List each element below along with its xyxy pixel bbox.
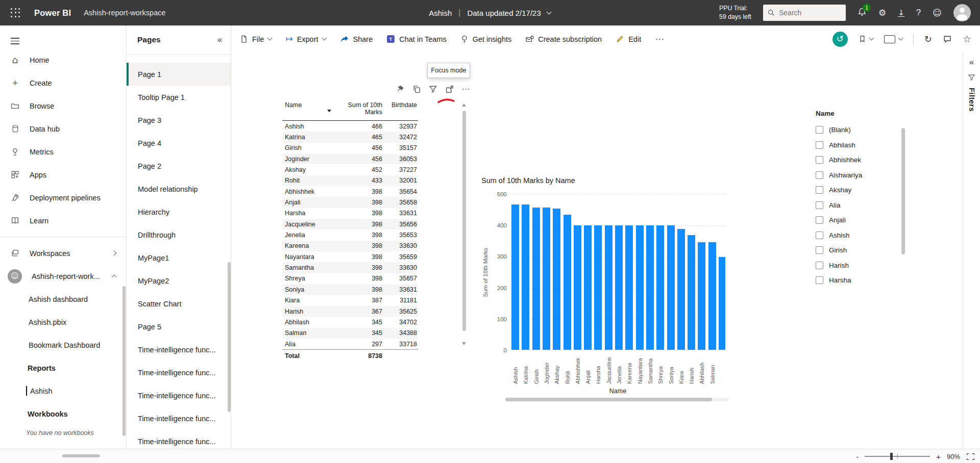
settings-gear-icon[interactable]: ⚙ <box>878 9 886 17</box>
slicer-checkbox-item[interactable]: Alia <box>816 198 905 213</box>
page-tab[interactable]: Time-intelligence func... <box>127 384 231 407</box>
table-row[interactable]: Joginder 456 36053 <box>282 153 418 164</box>
feedback-smiley-icon[interactable]: ☺ <box>933 9 942 17</box>
table-row[interactable]: Nayantara 398 35659 <box>282 251 418 262</box>
slicer-checkbox-item[interactable]: Girish <box>816 243 905 258</box>
page-tab[interactable]: Time-intelligence func... <box>127 338 231 361</box>
bar-samantha[interactable] <box>646 225 654 350</box>
favorite-star-icon[interactable]: ☆ <box>963 34 971 44</box>
more-options-icon[interactable]: ⋯ <box>461 84 471 94</box>
page-tab[interactable]: MyPage1 <box>127 246 231 269</box>
table-row[interactable]: Alia 297 33718 <box>282 339 418 349</box>
filters-pane-label[interactable]: Filters <box>968 88 976 112</box>
help-icon[interactable]: ? <box>916 8 921 18</box>
export-menu[interactable]: ↦ Export <box>285 35 326 43</box>
page-tab[interactable]: Page 2 <box>127 155 231 177</box>
checkbox-icon[interactable] <box>816 141 823 149</box>
page-tab[interactable]: Time-intelligence func... <box>127 361 231 384</box>
page-tab[interactable]: MyPage2 <box>127 269 231 292</box>
bar-girish[interactable] <box>532 208 540 350</box>
sidebar-item-current-workspace[interactable]: ☺ Ashish-report-work... <box>0 265 126 288</box>
create-subscription-button[interactable]: Create subscription <box>525 35 602 43</box>
sidebar-item-deployment-pipelines[interactable]: Deployment pipelines <box>0 186 126 209</box>
expand-filters-icon[interactable]: « <box>969 58 974 67</box>
zoom-slider-thumb[interactable] <box>890 453 893 460</box>
file-menu[interactable]: File <box>240 35 272 43</box>
page-tab[interactable]: Page 3 <box>127 109 231 132</box>
hamburger-menu-icon[interactable] <box>11 38 19 44</box>
notifications-button[interactable]: 1 <box>857 7 867 18</box>
slicer-checkbox-item[interactable]: (Blank) <box>816 122 905 138</box>
bar-jenelia[interactable] <box>615 225 623 350</box>
table-row[interactable]: Jacqueline 398 35656 <box>282 219 418 229</box>
table-row[interactable]: Jenelia 398 35653 <box>282 229 418 240</box>
table-row[interactable]: Salman 345 34388 <box>282 328 418 339</box>
focus-mode-icon[interactable] <box>445 84 454 94</box>
search-box[interactable] <box>763 5 846 21</box>
column-header-marks[interactable]: Sum of 10th Marks <box>338 101 382 116</box>
bar-akshay[interactable] <box>553 209 560 350</box>
reset-default-view-button[interactable]: ↺ <box>832 32 848 47</box>
bar-chart-visual[interactable]: Sum of 10th Marks by Name Sum of 10th Ma… <box>481 173 732 408</box>
more-options-icon[interactable]: ⋯ <box>655 35 664 44</box>
bar-soniya[interactable] <box>667 225 675 350</box>
checkbox-icon[interactable] <box>816 171 823 179</box>
page-tab[interactable]: Scatter Chart <box>127 292 231 315</box>
scroll-down-icon[interactable] <box>462 342 466 345</box>
scroll-up-icon[interactable] <box>462 104 466 107</box>
powerbi-logo[interactable]: Power BI <box>34 8 71 18</box>
chart-horizontal-scrollbar[interactable] <box>505 398 729 401</box>
table-row[interactable]: Abhishhek 398 35654 <box>282 186 418 197</box>
table-scrollbar[interactable] <box>462 104 467 345</box>
table-row[interactable]: Anjali 398 35658 <box>282 197 418 208</box>
page-tab[interactable]: Page 5 <box>127 315 231 338</box>
name-slicer-visual[interactable]: Name (Blank) Abhilash Abhishhek <box>816 110 905 288</box>
column-header-name[interactable]: Name <box>282 101 338 109</box>
table-row[interactable]: Samantha 398 33630 <box>282 262 418 273</box>
table-row[interactable]: Soniya 398 33631 <box>282 284 418 295</box>
bar-jacqueline[interactable] <box>605 225 612 350</box>
bar-salman[interactable] <box>708 242 716 350</box>
checkbox-icon[interactable] <box>816 276 823 284</box>
slicer-checkbox-item[interactable]: Harsha <box>816 273 905 288</box>
zoom-in-button[interactable]: + <box>936 452 941 461</box>
checkbox-icon[interactable] <box>816 246 823 254</box>
page-tab[interactable]: Drillthrough <box>127 223 231 246</box>
bookmarks-button[interactable] <box>859 35 873 43</box>
download-icon[interactable]: ↓ <box>898 9 904 17</box>
checkbox-icon[interactable] <box>816 232 823 239</box>
sidebar-item-metrics[interactable]: Metrics <box>0 140 126 163</box>
sidebar-item-home[interactable]: ⌂ Home <box>0 48 126 71</box>
slicer-checkbox-item[interactable]: Abhilash <box>816 138 905 153</box>
workspace-item-dashboard[interactable]: Ashish dashboard <box>0 288 126 311</box>
share-button[interactable]: Share <box>340 35 373 43</box>
slicer-checkbox-item[interactable]: Akshay <box>816 183 905 198</box>
slicer-scrollbar[interactable] <box>901 128 905 254</box>
data-updated-label[interactable]: Data updated 2/17/23 <box>467 9 541 17</box>
refresh-icon[interactable]: ↻ <box>924 35 932 44</box>
fit-to-page-icon[interactable] <box>966 453 975 460</box>
page-tab[interactable]: Time-intelligence func... <box>127 430 231 449</box>
sidebar-item-workspaces[interactable]: Workspaces <box>0 242 126 265</box>
sidebar-item-create[interactable]: + Create <box>0 71 126 94</box>
checkbox-icon[interactable] <box>816 126 823 134</box>
bar-alia[interactable] <box>719 257 725 350</box>
filter-icon[interactable] <box>428 84 438 94</box>
workspace-item-bookmark-dashboard[interactable]: Bookmark Dashboard <box>0 333 126 356</box>
zoom-slider[interactable] <box>865 456 930 457</box>
page-tab[interactable]: Page 4 <box>127 132 231 155</box>
bar-harsha[interactable] <box>594 225 602 350</box>
filters-pane-collapsed[interactable]: « Filters <box>963 53 980 449</box>
zoom-out-button[interactable]: - <box>856 452 859 461</box>
page-horizontal-scrollbar[interactable] <box>62 454 100 457</box>
sidebar-item-data-hub[interactable]: Data hub <box>0 117 126 140</box>
table-row[interactable]: Harsha 398 33631 <box>282 208 418 219</box>
checkbox-icon[interactable] <box>816 156 823 164</box>
bar-shreya[interactable] <box>656 225 664 350</box>
slicer-checkbox-item[interactable]: Harish <box>816 258 905 273</box>
slicer-checkbox-item[interactable]: Aishwariya <box>816 168 905 183</box>
pin-visual-icon[interactable] <box>396 84 405 94</box>
bar-anjali[interactable] <box>584 225 592 350</box>
checkbox-icon[interactable] <box>816 262 823 269</box>
table-row[interactable]: Katrina 465 32472 <box>282 132 418 142</box>
